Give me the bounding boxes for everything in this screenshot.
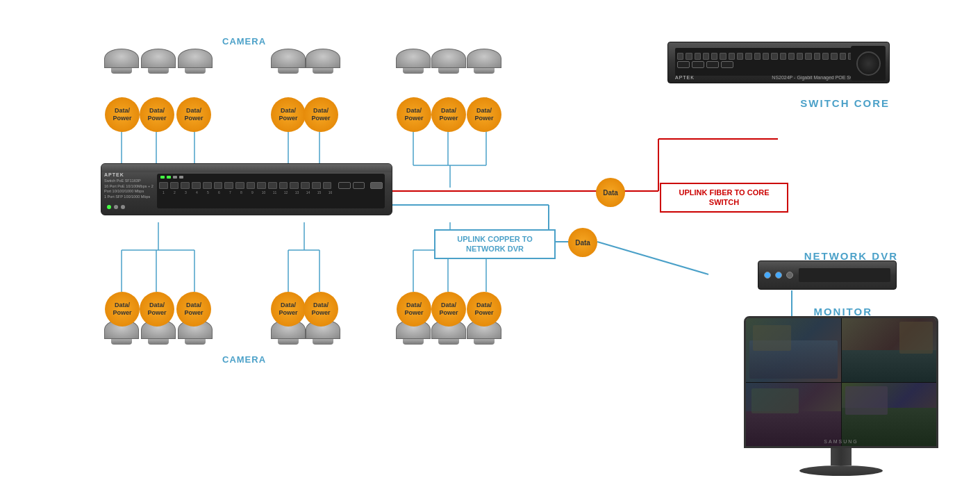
camera-base — [111, 339, 132, 345]
camera-base — [403, 68, 424, 74]
monitor-stand-base — [799, 465, 883, 476]
data-power-badge-b3: Data/Power — [176, 292, 211, 327]
core-switch-brand: APTEK — [675, 75, 695, 80]
data-power-badge-5: Data/Power — [304, 97, 338, 132]
screen-quad-4 — [842, 383, 937, 447]
camera-dome — [306, 49, 340, 68]
screen-quad-2 — [842, 318, 937, 382]
camera-dome — [431, 49, 466, 68]
data-power-badge-6: Data/Power — [397, 97, 431, 132]
data-power-badge-7: Data/Power — [431, 97, 466, 132]
core-switch-model-label: NS2024P - Gigabit Managed POE Switch — [772, 75, 861, 80]
camera-base — [474, 68, 495, 74]
camera-top-2 — [138, 49, 179, 83]
data-badge-fiber-label: Data — [603, 189, 618, 197]
core-switch-body: APTEK NS2024P - Gigabit Managed POE Swit… — [667, 42, 890, 83]
fan-area — [851, 46, 886, 81]
poe-switch: APTEK Switch PoE SF1163P 16 Port PoE 10/… — [101, 163, 392, 226]
camera-base — [313, 68, 333, 74]
uplink-fiber-text: UPLINK FIBER TO CORE SWITCH — [679, 188, 770, 206]
switch-model: Switch PoE SF1163P 16 Port PoE 10/100Mbp… — [104, 179, 154, 200]
camera-base — [185, 339, 206, 345]
data-power-badge-8: Data/Power — [467, 97, 501, 132]
camera-base — [148, 68, 169, 74]
switch-ports-area: 1 2 3 4 5 6 7 8 9 10 11 12 13 14 15 16 — [157, 174, 385, 208]
uplink-copper-box: UPLINK COPPER TONETWORK DVR — [434, 229, 556, 259]
data-badge-fiber: Data — [596, 178, 625, 207]
camera-dome — [396, 49, 431, 68]
camera-base — [111, 68, 132, 74]
screen-quad-1 — [746, 318, 841, 382]
monitor-stand-neck — [831, 448, 852, 465]
dvr-button-hdd — [775, 272, 782, 279]
camera-dome — [104, 49, 139, 68]
svg-line-36 — [597, 242, 708, 274]
core-switch: APTEK NS2024P - Gigabit Managed POE Swit… — [667, 42, 890, 90]
screen-quad-3 — [746, 383, 841, 447]
camera-label-bottom: CAMERA — [222, 354, 266, 365]
dvr-body — [758, 261, 897, 290]
data-power-badge-b6: Data/Power — [397, 292, 431, 327]
network-dvr-label: NETWORK DVR — [804, 250, 898, 262]
camera-top-8 — [463, 49, 505, 83]
network-dvr — [758, 261, 897, 295]
dvr-drive-slot — [799, 268, 890, 282]
dvr-front — [764, 272, 793, 279]
data-power-badge-b8: Data/Power — [467, 292, 501, 327]
dvr-button-power — [764, 272, 771, 279]
camera-dome — [141, 49, 176, 68]
dvr-button-net — [786, 272, 793, 279]
camera-base — [474, 339, 495, 345]
camera-dome — [467, 49, 501, 68]
camera-base — [438, 68, 459, 74]
switch-top-strip — [101, 164, 392, 172]
monitor-screen — [746, 318, 936, 446]
camera-dome — [178, 49, 213, 68]
data-badge-dvr: Data — [568, 228, 597, 257]
port-row-1 — [157, 182, 385, 189]
camera-base — [278, 68, 299, 74]
switch-label-area: APTEK Switch PoE SF1163P 16 Port PoE 10/… — [104, 172, 154, 206]
monitor-screen-frame: SAMSUNG — [744, 316, 938, 448]
camera-top-1 — [101, 49, 142, 83]
switch-core-label: SWITCH CORE — [800, 97, 890, 109]
camera-base — [185, 68, 206, 74]
data-power-badge-2: Data/ Power — [140, 97, 174, 132]
diagram-container: CAMERA Data/ Power Data/ Power Data/ Pow… — [0, 0, 980, 487]
data-power-badge-3: Data/ Power — [176, 97, 211, 132]
camera-base — [438, 339, 459, 345]
data-power-badge-b7: Data/Power — [431, 292, 466, 327]
monitor: SAMSUNG — [744, 316, 938, 476]
camera-base — [313, 339, 333, 345]
monitor-label: MONITOR — [813, 306, 872, 317]
uplink-copper-text: UPLINK COPPER TONETWORK DVR — [457, 235, 533, 253]
data-power-badge-b5: Data/Power — [304, 292, 338, 327]
camera-label-top: CAMERA — [222, 36, 266, 47]
data-power-badge-4: Data/Power — [271, 97, 306, 132]
camera-base — [403, 339, 424, 345]
monitor-screen-brand: SAMSUNG — [824, 439, 858, 444]
uplink-fiber-box: UPLINK FIBER TO CORE SWITCH — [660, 183, 788, 213]
data-power-badge-b1: Data/Power — [105, 292, 140, 327]
data-badge-dvr-label: Data — [575, 239, 590, 247]
data-power-badge-b2: Data/Power — [140, 292, 174, 327]
camera-dome — [271, 49, 306, 68]
switch-brand: APTEK — [104, 172, 154, 177]
camera-base — [148, 339, 169, 345]
camera-top-3 — [174, 49, 216, 83]
switch-body: APTEK Switch PoE SF1163P 16 Port PoE 10/… — [101, 163, 392, 215]
camera-top-5 — [302, 49, 344, 83]
camera-base — [278, 339, 299, 345]
data-power-badge-1: Data/ Power — [105, 97, 140, 132]
data-power-badge-b4: Data/Power — [271, 292, 306, 327]
